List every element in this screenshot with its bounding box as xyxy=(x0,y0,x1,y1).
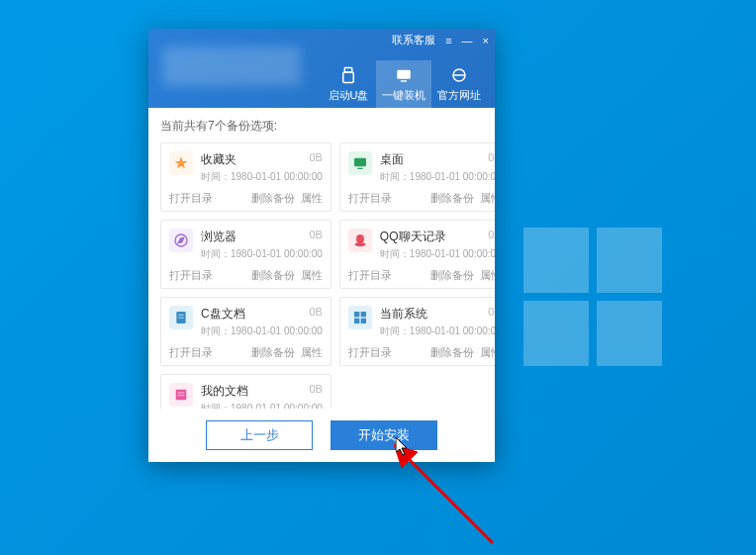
backup-card[interactable]: C盘文档 0B 时间：1980-01-01 00:00:00 打开目录 删除备份… xyxy=(160,297,331,366)
props-link[interactable]: 属性 xyxy=(480,268,495,283)
backup-time: 时间：1980-01-01 00:00:00 xyxy=(201,402,323,409)
usb-icon xyxy=(338,65,358,85)
backup-card[interactable]: 我的文档 0B 时间：1980-01-01 00:00:00 打开目录 删除备份… xyxy=(160,374,331,409)
card-icon xyxy=(169,306,193,329)
backup-size: 0B xyxy=(309,151,322,168)
delete-backup-link[interactable]: 删除备份 xyxy=(430,268,474,283)
card-icon xyxy=(169,151,193,175)
card-icon xyxy=(348,229,372,252)
open-dir-link[interactable]: 打开目录 xyxy=(348,345,392,360)
card-icon xyxy=(169,229,193,252)
svg-rect-17 xyxy=(176,390,187,401)
mouse-cursor xyxy=(396,437,412,457)
backup-card[interactable]: 收藏夹 0B 时间：1980-01-01 00:00:00 打开目录 删除备份 … xyxy=(160,142,331,212)
svg-point-8 xyxy=(356,234,364,243)
footer-actions: 上一步 开始安装 xyxy=(148,409,495,462)
backup-time: 时间：1980-01-01 00:00:00 xyxy=(380,324,495,338)
svg-rect-2 xyxy=(397,70,411,79)
backup-size: 0B xyxy=(488,229,495,245)
backup-name: QQ聊天记录 xyxy=(380,229,446,245)
prev-button[interactable]: 上一步 xyxy=(206,420,313,450)
svg-rect-16 xyxy=(361,319,366,324)
backup-name: 我的文档 xyxy=(201,383,248,400)
delete-backup-link[interactable]: 删除备份 xyxy=(251,191,295,206)
install-icon xyxy=(394,65,414,85)
backup-time: 时间：1980-01-01 00:00:00 xyxy=(201,324,323,338)
tab-label: 启动U盘 xyxy=(329,88,369,103)
window-header: 联系客服 ≡ — × 启动U盘 一键装机 官方网址 xyxy=(148,29,495,108)
backup-time: 时间：1980-01-01 00:00:00 xyxy=(380,247,495,261)
backup-name: 浏览器 xyxy=(201,229,236,245)
tab-one-click-install[interactable]: 一键装机 xyxy=(376,60,431,108)
backup-time: 时间：1980-01-01 00:00:00 xyxy=(380,170,495,184)
content-area: 当前共有7个备份选项: 收藏夹 0B 时间：1980-01-01 00:00:0… xyxy=(148,108,495,409)
svg-rect-1 xyxy=(343,72,354,83)
tab-label: 官方网址 xyxy=(437,88,481,103)
header-tabs: 启动U盘 一键装机 官方网址 xyxy=(321,60,487,108)
backup-name: C盘文档 xyxy=(201,306,245,323)
props-link[interactable]: 属性 xyxy=(480,345,495,360)
svg-rect-3 xyxy=(401,80,407,82)
delete-backup-link[interactable]: 删除备份 xyxy=(430,345,474,360)
svg-rect-6 xyxy=(357,168,362,169)
delete-backup-link[interactable]: 删除备份 xyxy=(251,345,295,360)
backup-card[interactable]: QQ聊天记录 0B 时间：1980-01-01 00:00:00 打开目录 删除… xyxy=(339,220,495,289)
svg-rect-15 xyxy=(354,319,359,324)
backup-name: 收藏夹 xyxy=(201,151,236,168)
open-dir-link[interactable]: 打开目录 xyxy=(169,191,213,206)
close-button[interactable]: × xyxy=(483,35,489,46)
open-dir-link[interactable]: 打开目录 xyxy=(348,268,392,283)
backup-grid: 收藏夹 0B 时间：1980-01-01 00:00:00 打开目录 删除备份 … xyxy=(160,142,483,409)
backup-size: 0B xyxy=(488,306,495,323)
installer-window: 联系客服 ≡ — × 启动U盘 一键装机 官方网址 xyxy=(148,29,495,462)
props-link[interactable]: 属性 xyxy=(301,345,323,360)
svg-rect-14 xyxy=(361,312,366,317)
backup-card[interactable]: 浏览器 0B 时间：1980-01-01 00:00:00 打开目录 删除备份 … xyxy=(160,220,331,289)
windows-desktop-logo xyxy=(523,228,662,366)
app-logo xyxy=(162,46,301,86)
backup-size: 0B xyxy=(309,306,322,323)
card-icon xyxy=(348,306,372,329)
backup-size: 0B xyxy=(488,151,495,168)
backup-name: 当前系统 xyxy=(380,306,427,323)
svg-point-9 xyxy=(355,242,366,246)
ie-icon xyxy=(449,65,469,85)
open-dir-link[interactable]: 打开目录 xyxy=(169,268,213,283)
open-dir-link[interactable]: 打开目录 xyxy=(348,191,392,206)
minimize-button[interactable]: — xyxy=(462,35,473,46)
backup-size: 0B xyxy=(309,229,322,245)
menu-icon[interactable]: ≡ xyxy=(445,35,451,46)
svg-line-20 xyxy=(406,456,493,543)
svg-rect-5 xyxy=(354,158,366,167)
props-link[interactable]: 属性 xyxy=(480,191,495,206)
props-link[interactable]: 属性 xyxy=(301,268,323,283)
delete-backup-link[interactable]: 删除备份 xyxy=(251,268,295,283)
backup-name: 桌面 xyxy=(380,151,404,168)
backup-time: 时间：1980-01-01 00:00:00 xyxy=(201,247,323,261)
backup-size: 0B xyxy=(309,383,322,400)
backup-card[interactable]: 当前系统 0B 时间：1980-01-01 00:00:00 打开目录 删除备份… xyxy=(339,297,495,366)
props-link[interactable]: 属性 xyxy=(301,191,323,206)
card-icon xyxy=(348,151,372,175)
backup-card[interactable]: 桌面 0B 时间：1980-01-01 00:00:00 打开目录 删除备份 属… xyxy=(339,142,495,212)
backup-count-label: 当前共有7个备份选项: xyxy=(160,118,483,135)
titlebar: 联系客服 ≡ — × xyxy=(392,33,489,47)
svg-rect-13 xyxy=(354,312,359,317)
backup-time: 时间：1980-01-01 00:00:00 xyxy=(201,170,323,184)
open-dir-link[interactable]: 打开目录 xyxy=(169,345,213,360)
card-icon xyxy=(169,383,193,407)
tab-label: 一键装机 xyxy=(382,88,425,103)
start-install-button[interactable]: 开始安装 xyxy=(331,420,437,450)
delete-backup-link[interactable]: 删除备份 xyxy=(430,191,474,206)
tab-official-site[interactable]: 官方网址 xyxy=(431,60,487,108)
contact-support-link[interactable]: 联系客服 xyxy=(392,33,435,47)
tab-usb-boot[interactable]: 启动U盘 xyxy=(321,60,376,108)
